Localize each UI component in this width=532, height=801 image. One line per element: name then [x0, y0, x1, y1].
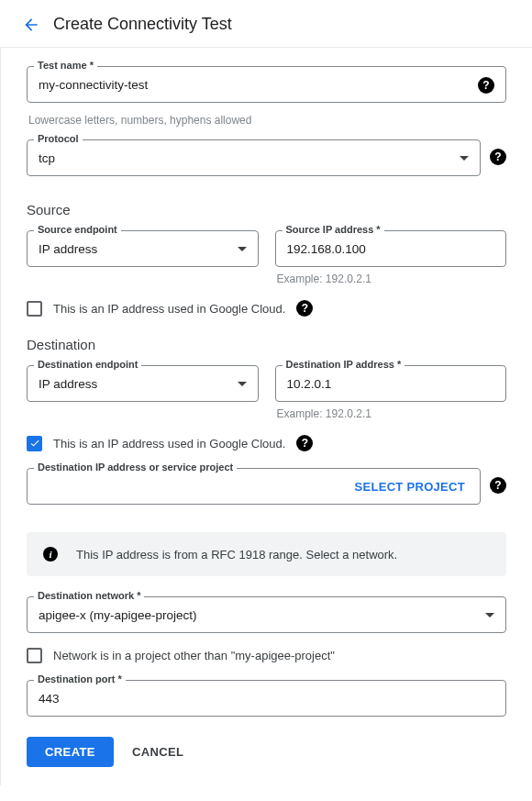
info-icon — [43, 547, 58, 562]
source-gc-checkbox-label: This is an IP address used in Google Clo… — [53, 302, 285, 316]
source-endpoint-field: Source endpoint IP address — [27, 230, 259, 267]
destination-ip-input[interactable] — [287, 377, 495, 391]
source-ip-input[interactable] — [287, 242, 495, 256]
help-icon[interactable] — [490, 149, 506, 165]
destination-ip-field: Destination IP address * — [275, 365, 507, 402]
source-endpoint-select[interactable]: IP address — [27, 230, 259, 267]
back-arrow-icon[interactable] — [22, 16, 40, 34]
help-icon[interactable] — [296, 435, 313, 451]
cancel-button[interactable]: CANCEL — [132, 745, 184, 759]
help-icon[interactable] — [478, 77, 494, 94]
source-ip-field: Source IP address * — [275, 230, 507, 267]
source-gc-checkbox[interactable] — [27, 301, 42, 317]
source-section-title: Source — [27, 202, 506, 217]
chevron-down-icon — [485, 613, 494, 617]
create-button[interactable]: CREATE — [27, 737, 114, 767]
test-name-input[interactable] — [39, 78, 478, 92]
test-name-field: Test name * — [27, 66, 506, 103]
help-icon[interactable] — [490, 477, 506, 494]
help-icon[interactable] — [296, 300, 313, 317]
chevron-down-icon — [238, 382, 247, 386]
protocol-select[interactable]: tcp — [27, 139, 481, 176]
other-project-checkbox[interactable] — [27, 648, 42, 663]
source-ip-example: Example: 192.0.2.1 — [277, 273, 507, 285]
destination-port-field: Destination port * — [27, 680, 506, 717]
destination-gc-checkbox-label: This is an IP address used in Google Clo… — [53, 437, 285, 451]
destination-network-field: Destination network * apigee-x (my-apige… — [27, 596, 506, 633]
destination-project-field: Destination IP address or service projec… — [27, 468, 481, 505]
select-project-button[interactable]: SELECT PROJECT — [27, 468, 481, 505]
destination-ip-example: Example: 192.0.2.1 — [277, 407, 507, 420]
other-project-checkbox-label: Network is in a project other than "my-a… — [53, 649, 335, 662]
protocol-field: Protocol tcp — [27, 139, 481, 176]
destination-section-title: Destination — [27, 337, 506, 352]
destination-endpoint-field: Destination endpoint IP address — [27, 365, 259, 402]
chevron-down-icon — [238, 247, 247, 251]
test-name-label: Test name * — [34, 60, 97, 71]
destination-endpoint-select[interactable]: IP address — [27, 365, 259, 402]
destination-network-select[interactable]: apigee-x (my-apigee-project) — [27, 596, 506, 633]
chevron-down-icon — [460, 156, 469, 161]
page-header: Create Connectivity Test — [0, 0, 532, 48]
destination-port-input[interactable] — [39, 692, 494, 706]
test-name-hint: Lowercase letters, numbers, hyphens allo… — [28, 114, 506, 127]
destination-gc-checkbox[interactable] — [27, 436, 42, 451]
rfc1918-info-banner: This IP address is from a RFC 1918 range… — [27, 532, 506, 576]
protocol-label: Protocol — [34, 133, 83, 144]
page-title: Create Connectivity Test — [53, 15, 232, 34]
